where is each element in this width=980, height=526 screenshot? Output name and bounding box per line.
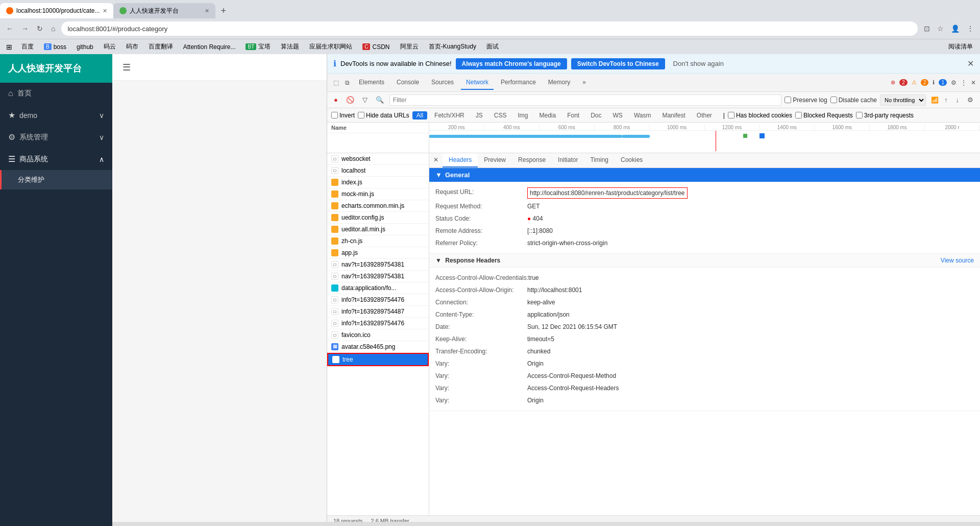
disable-cache-checkbox[interactable]	[830, 97, 837, 103]
filter-doc[interactable]: Doc	[586, 111, 605, 119]
network-item-mockmin[interactable]: mock-min.js	[327, 188, 429, 200]
sidebar-item-home[interactable]: ⌂ 首页	[0, 83, 112, 104]
sidebar-item-goods[interactable]: ☰ 商品系统 ∧	[0, 148, 112, 170]
bookmark-reading[interactable]: 阅读清单	[945, 41, 976, 52]
throttle-select[interactable]: No throttling	[880, 94, 926, 106]
filter-js[interactable]: JS	[472, 111, 487, 119]
sidebar-item-sysmanage[interactable]: ⚙ 系统管理 ∨	[0, 126, 112, 148]
bookmark-bt[interactable]: BT 宝塔	[242, 41, 274, 52]
back-button[interactable]: ←	[4, 22, 15, 35]
network-item-ueditor-config[interactable]: ueditor.config.js	[327, 212, 429, 224]
settings-action-icon[interactable]: ⚙	[965, 94, 976, 105]
network-item-favicon[interactable]: □ favicon.ico	[327, 329, 429, 341]
tab-network[interactable]: Network	[461, 76, 494, 90]
match-language-button[interactable]: Always match Chrome's language	[456, 58, 567, 69]
third-party-checkbox[interactable]	[856, 112, 863, 118]
filter-ws[interactable]: WS	[609, 111, 627, 119]
close-info-button[interactable]: ✕	[967, 59, 974, 68]
switch-devtools-button[interactable]: Switch DevTools to Chinese	[571, 58, 665, 69]
network-item-nav2[interactable]: □ nav?t=1639289754381	[327, 271, 429, 282]
filter-wasm[interactable]: Wasm	[630, 111, 655, 119]
hamburger-icon[interactable]: ☰	[122, 62, 131, 73]
view-source-button[interactable]: View source	[941, 257, 974, 264]
filter-font[interactable]: Font	[563, 111, 583, 119]
bookmark-attention[interactable]: Attention Require...	[180, 42, 239, 52]
filter-manifest[interactable]: Manifest	[658, 111, 689, 119]
tab-more[interactable]: »	[577, 76, 591, 90]
network-item-ueditor-all[interactable]: ueditor.all.min.js	[327, 224, 429, 235]
download-button[interactable]: ↓	[953, 94, 962, 105]
record-button[interactable]: ●	[331, 94, 340, 105]
filter-all[interactable]: All	[412, 111, 427, 119]
bookmark-ying[interactable]: 应届生求职网站	[306, 41, 355, 52]
bookmark-aliyun[interactable]: 阿里云	[397, 41, 422, 52]
filter-input[interactable]	[389, 94, 781, 106]
refresh-button[interactable]: ↻	[35, 22, 45, 35]
detail-tab-preview[interactable]: Preview	[478, 153, 512, 168]
home-button[interactable]: ⌂	[49, 22, 57, 35]
sidebar-subitem-category[interactable]: 分类维护	[0, 170, 112, 189]
network-item-appjs[interactable]: app.js	[327, 247, 429, 259]
blocked-requests-checkbox[interactable]	[795, 112, 802, 118]
close-detail-button[interactable]: ✕	[429, 153, 443, 168]
invert-checkbox[interactable]	[331, 112, 338, 118]
filter-css[interactable]: CSS	[490, 111, 511, 119]
tab-elements[interactable]: Elements	[354, 76, 389, 90]
sidebar-item-demo[interactable]: ★ demo ∨	[0, 104, 112, 126]
bookmark-interview[interactable]: 面试	[483, 41, 502, 52]
more-options-icon[interactable]: ⋮	[961, 79, 967, 86]
filter-media[interactable]: Media	[535, 111, 560, 119]
network-item-localhost[interactable]: □ localhost	[327, 165, 429, 177]
tab-performance[interactable]: Performance	[496, 76, 541, 90]
devtools-copy-icon[interactable]: ⧉	[343, 77, 352, 88]
hide-urls-checkbox[interactable]	[358, 112, 364, 118]
stop-button[interactable]: 🚫	[344, 94, 357, 105]
more-icon[interactable]: ⋮	[965, 22, 976, 35]
preserve-log-checkbox[interactable]	[785, 97, 791, 103]
network-item-indexjs[interactable]: index.js	[327, 177, 429, 188]
search-button[interactable]: 🔍	[373, 94, 386, 105]
network-item-tree[interactable]: □ tree	[327, 353, 429, 366]
detail-tab-headers[interactable]: Headers	[443, 153, 478, 168]
tab-inactive[interactable]: 人人快速开发平台 ✕	[113, 3, 215, 18]
url-input[interactable]	[61, 21, 918, 36]
network-item-data-fo[interactable]: data:application/fo...	[327, 282, 429, 294]
page-scrollbar[interactable]	[112, 522, 980, 526]
bookmark-mashi[interactable]: 码市	[123, 41, 141, 52]
bookmark-boss[interactable]: B boss	[41, 42, 69, 52]
tab-close-1[interactable]: ✕	[103, 8, 107, 14]
upload-button[interactable]: ↑	[942, 94, 950, 105]
detail-tab-timing[interactable]: Timing	[584, 153, 615, 168]
new-tab-button[interactable]: +	[215, 3, 231, 18]
bookmark-algo[interactable]: 算法题	[278, 41, 302, 52]
network-item-echarts[interactable]: echarts.common.min.js	[327, 200, 429, 212]
bookmark-csdn[interactable]: C CSDN	[359, 42, 393, 52]
network-item-avatar[interactable]: 🖼 avatar.c58e465.png	[327, 341, 429, 353]
filter-button[interactable]: ▽	[360, 94, 370, 105]
network-item-zhcnjs[interactable]: zh-cn.js	[327, 235, 429, 247]
tab-active[interactable]: localhost:10000/product/cate... ✕	[0, 3, 113, 18]
apps-icon[interactable]: ⊞	[4, 41, 14, 53]
filter-img[interactable]: Img	[513, 111, 532, 119]
dont-show-again[interactable]: Don't show again	[673, 60, 724, 67]
detail-tab-response[interactable]: Response	[512, 153, 552, 168]
network-item-websocket[interactable]: □ websocket	[327, 153, 429, 165]
filter-fetch-xhr[interactable]: Fetch/XHR	[430, 111, 469, 119]
forward-button[interactable]: →	[19, 22, 31, 35]
network-item-info1[interactable]: □ info?t=1639289754476	[327, 294, 429, 306]
network-item-info2[interactable]: □ info?t=1639289754487	[327, 306, 429, 318]
bookmark-mayun[interactable]: 码云	[101, 41, 119, 52]
network-item-nav1[interactable]: □ nav?t=1639289754381	[327, 259, 429, 271]
network-item-info3[interactable]: □ info?t=1639289754476	[327, 318, 429, 329]
devtools-dock-icon[interactable]: ⬚	[331, 77, 341, 88]
tab-close-2[interactable]: ✕	[205, 8, 209, 14]
tab-sources[interactable]: Sources	[426, 76, 459, 90]
bookmark-github[interactable]: github	[74, 42, 96, 52]
star-icon[interactable]: ☆	[935, 22, 946, 35]
bookmark-translate[interactable]: 百度翻译	[145, 41, 176, 52]
filter-other[interactable]: Other	[693, 111, 716, 119]
profile-icon[interactable]: 👤	[949, 22, 962, 35]
detail-tab-cookies[interactable]: Cookies	[615, 153, 649, 168]
bookmark-baidu[interactable]: 百度	[18, 41, 37, 52]
tab-console[interactable]: Console	[391, 76, 424, 90]
